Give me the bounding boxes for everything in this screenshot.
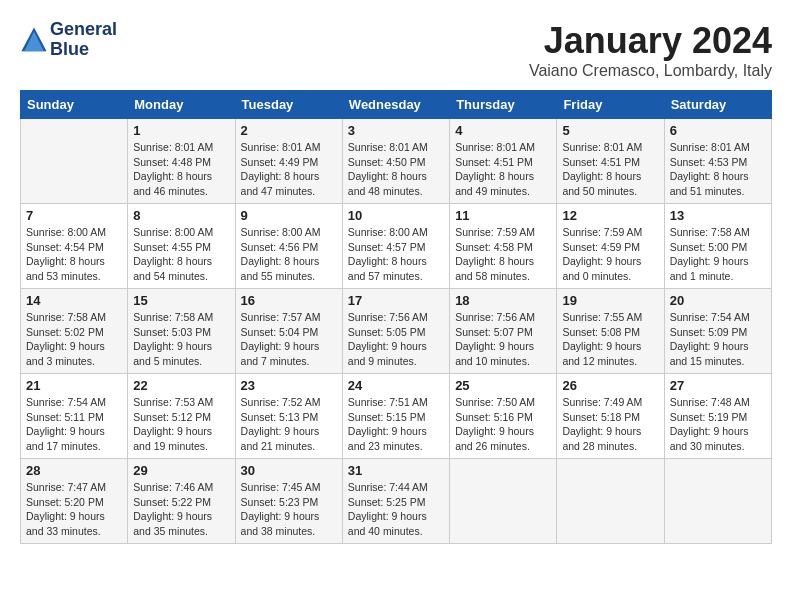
calendar-week-3: 14Sunrise: 7:58 AMSunset: 5:02 PMDayligh… xyxy=(21,289,772,374)
calendar-week-4: 21Sunrise: 7:54 AMSunset: 5:11 PMDayligh… xyxy=(21,374,772,459)
calendar-cell: 6Sunrise: 8:01 AMSunset: 4:53 PMDaylight… xyxy=(664,119,771,204)
day-info: Sunrise: 7:49 AMSunset: 5:18 PMDaylight:… xyxy=(562,395,658,454)
calendar-cell: 18Sunrise: 7:56 AMSunset: 5:07 PMDayligh… xyxy=(450,289,557,374)
weekday-header-monday: Monday xyxy=(128,91,235,119)
day-info: Sunrise: 8:01 AMSunset: 4:53 PMDaylight:… xyxy=(670,140,766,199)
calendar-cell: 2Sunrise: 8:01 AMSunset: 4:49 PMDaylight… xyxy=(235,119,342,204)
day-info: Sunrise: 7:50 AMSunset: 5:16 PMDaylight:… xyxy=(455,395,551,454)
day-info: Sunrise: 7:51 AMSunset: 5:15 PMDaylight:… xyxy=(348,395,444,454)
calendar-week-5: 28Sunrise: 7:47 AMSunset: 5:20 PMDayligh… xyxy=(21,459,772,544)
title-block: January 2024 Vaiano Cremasco, Lombardy, … xyxy=(529,20,772,80)
day-info: Sunrise: 7:58 AMSunset: 5:02 PMDaylight:… xyxy=(26,310,122,369)
weekday-header-saturday: Saturday xyxy=(664,91,771,119)
day-number: 2 xyxy=(241,123,337,138)
calendar-cell: 1Sunrise: 8:01 AMSunset: 4:48 PMDaylight… xyxy=(128,119,235,204)
day-number: 19 xyxy=(562,293,658,308)
day-info: Sunrise: 7:56 AMSunset: 5:07 PMDaylight:… xyxy=(455,310,551,369)
calendar-cell: 20Sunrise: 7:54 AMSunset: 5:09 PMDayligh… xyxy=(664,289,771,374)
day-number: 22 xyxy=(133,378,229,393)
day-number: 11 xyxy=(455,208,551,223)
logo-icon xyxy=(20,26,48,54)
day-number: 4 xyxy=(455,123,551,138)
calendar-cell: 7Sunrise: 8:00 AMSunset: 4:54 PMDaylight… xyxy=(21,204,128,289)
calendar-cell: 5Sunrise: 8:01 AMSunset: 4:51 PMDaylight… xyxy=(557,119,664,204)
day-number: 20 xyxy=(670,293,766,308)
day-number: 14 xyxy=(26,293,122,308)
day-number: 5 xyxy=(562,123,658,138)
day-info: Sunrise: 8:01 AMSunset: 4:51 PMDaylight:… xyxy=(455,140,551,199)
calendar-cell: 25Sunrise: 7:50 AMSunset: 5:16 PMDayligh… xyxy=(450,374,557,459)
day-info: Sunrise: 8:01 AMSunset: 4:51 PMDaylight:… xyxy=(562,140,658,199)
calendar-cell xyxy=(664,459,771,544)
day-info: Sunrise: 7:55 AMSunset: 5:08 PMDaylight:… xyxy=(562,310,658,369)
day-info: Sunrise: 7:58 AMSunset: 5:03 PMDaylight:… xyxy=(133,310,229,369)
calendar-cell: 15Sunrise: 7:58 AMSunset: 5:03 PMDayligh… xyxy=(128,289,235,374)
location: Vaiano Cremasco, Lombardy, Italy xyxy=(529,62,772,80)
calendar-cell: 23Sunrise: 7:52 AMSunset: 5:13 PMDayligh… xyxy=(235,374,342,459)
calendar-cell: 24Sunrise: 7:51 AMSunset: 5:15 PMDayligh… xyxy=(342,374,449,459)
day-info: Sunrise: 7:58 AMSunset: 5:00 PMDaylight:… xyxy=(670,225,766,284)
calendar-cell: 9Sunrise: 8:00 AMSunset: 4:56 PMDaylight… xyxy=(235,204,342,289)
weekday-header-tuesday: Tuesday xyxy=(235,91,342,119)
weekday-header-thursday: Thursday xyxy=(450,91,557,119)
day-info: Sunrise: 7:45 AMSunset: 5:23 PMDaylight:… xyxy=(241,480,337,539)
weekday-header-friday: Friday xyxy=(557,91,664,119)
calendar-cell: 29Sunrise: 7:46 AMSunset: 5:22 PMDayligh… xyxy=(128,459,235,544)
calendar-cell: 14Sunrise: 7:58 AMSunset: 5:02 PMDayligh… xyxy=(21,289,128,374)
day-number: 13 xyxy=(670,208,766,223)
calendar-week-1: 1Sunrise: 8:01 AMSunset: 4:48 PMDaylight… xyxy=(21,119,772,204)
calendar-cell: 30Sunrise: 7:45 AMSunset: 5:23 PMDayligh… xyxy=(235,459,342,544)
calendar-cell: 13Sunrise: 7:58 AMSunset: 5:00 PMDayligh… xyxy=(664,204,771,289)
logo: General Blue xyxy=(20,20,117,60)
calendar-table: SundayMondayTuesdayWednesdayThursdayFrid… xyxy=(20,90,772,544)
day-number: 26 xyxy=(562,378,658,393)
calendar-cell xyxy=(21,119,128,204)
calendar-cell: 3Sunrise: 8:01 AMSunset: 4:50 PMDaylight… xyxy=(342,119,449,204)
calendar-cell: 4Sunrise: 8:01 AMSunset: 4:51 PMDaylight… xyxy=(450,119,557,204)
day-number: 15 xyxy=(133,293,229,308)
calendar-week-2: 7Sunrise: 8:00 AMSunset: 4:54 PMDaylight… xyxy=(21,204,772,289)
calendar-cell: 26Sunrise: 7:49 AMSunset: 5:18 PMDayligh… xyxy=(557,374,664,459)
day-info: Sunrise: 8:00 AMSunset: 4:55 PMDaylight:… xyxy=(133,225,229,284)
day-info: Sunrise: 8:01 AMSunset: 4:48 PMDaylight:… xyxy=(133,140,229,199)
day-info: Sunrise: 7:54 AMSunset: 5:09 PMDaylight:… xyxy=(670,310,766,369)
day-info: Sunrise: 8:01 AMSunset: 4:49 PMDaylight:… xyxy=(241,140,337,199)
day-info: Sunrise: 7:59 AMSunset: 4:58 PMDaylight:… xyxy=(455,225,551,284)
day-number: 25 xyxy=(455,378,551,393)
day-info: Sunrise: 7:54 AMSunset: 5:11 PMDaylight:… xyxy=(26,395,122,454)
day-number: 7 xyxy=(26,208,122,223)
day-number: 27 xyxy=(670,378,766,393)
calendar-cell: 31Sunrise: 7:44 AMSunset: 5:25 PMDayligh… xyxy=(342,459,449,544)
day-number: 16 xyxy=(241,293,337,308)
day-info: Sunrise: 7:46 AMSunset: 5:22 PMDaylight:… xyxy=(133,480,229,539)
calendar-cell: 12Sunrise: 7:59 AMSunset: 4:59 PMDayligh… xyxy=(557,204,664,289)
day-info: Sunrise: 7:53 AMSunset: 5:12 PMDaylight:… xyxy=(133,395,229,454)
logo-text: General Blue xyxy=(50,20,117,60)
calendar-cell: 8Sunrise: 8:00 AMSunset: 4:55 PMDaylight… xyxy=(128,204,235,289)
day-number: 18 xyxy=(455,293,551,308)
day-number: 29 xyxy=(133,463,229,478)
calendar-cell xyxy=(557,459,664,544)
calendar-cell: 21Sunrise: 7:54 AMSunset: 5:11 PMDayligh… xyxy=(21,374,128,459)
day-info: Sunrise: 7:57 AMSunset: 5:04 PMDaylight:… xyxy=(241,310,337,369)
day-number: 24 xyxy=(348,378,444,393)
day-info: Sunrise: 8:01 AMSunset: 4:50 PMDaylight:… xyxy=(348,140,444,199)
calendar-cell: 16Sunrise: 7:57 AMSunset: 5:04 PMDayligh… xyxy=(235,289,342,374)
calendar-body: 1Sunrise: 8:01 AMSunset: 4:48 PMDaylight… xyxy=(21,119,772,544)
day-number: 3 xyxy=(348,123,444,138)
calendar-cell: 10Sunrise: 8:00 AMSunset: 4:57 PMDayligh… xyxy=(342,204,449,289)
day-info: Sunrise: 8:00 AMSunset: 4:56 PMDaylight:… xyxy=(241,225,337,284)
day-number: 1 xyxy=(133,123,229,138)
day-number: 6 xyxy=(670,123,766,138)
calendar-cell: 19Sunrise: 7:55 AMSunset: 5:08 PMDayligh… xyxy=(557,289,664,374)
calendar-cell: 22Sunrise: 7:53 AMSunset: 5:12 PMDayligh… xyxy=(128,374,235,459)
day-number: 10 xyxy=(348,208,444,223)
day-info: Sunrise: 8:00 AMSunset: 4:54 PMDaylight:… xyxy=(26,225,122,284)
day-number: 23 xyxy=(241,378,337,393)
day-number: 28 xyxy=(26,463,122,478)
weekday-header-sunday: Sunday xyxy=(21,91,128,119)
day-info: Sunrise: 7:47 AMSunset: 5:20 PMDaylight:… xyxy=(26,480,122,539)
day-number: 30 xyxy=(241,463,337,478)
day-info: Sunrise: 7:52 AMSunset: 5:13 PMDaylight:… xyxy=(241,395,337,454)
calendar-cell: 28Sunrise: 7:47 AMSunset: 5:20 PMDayligh… xyxy=(21,459,128,544)
